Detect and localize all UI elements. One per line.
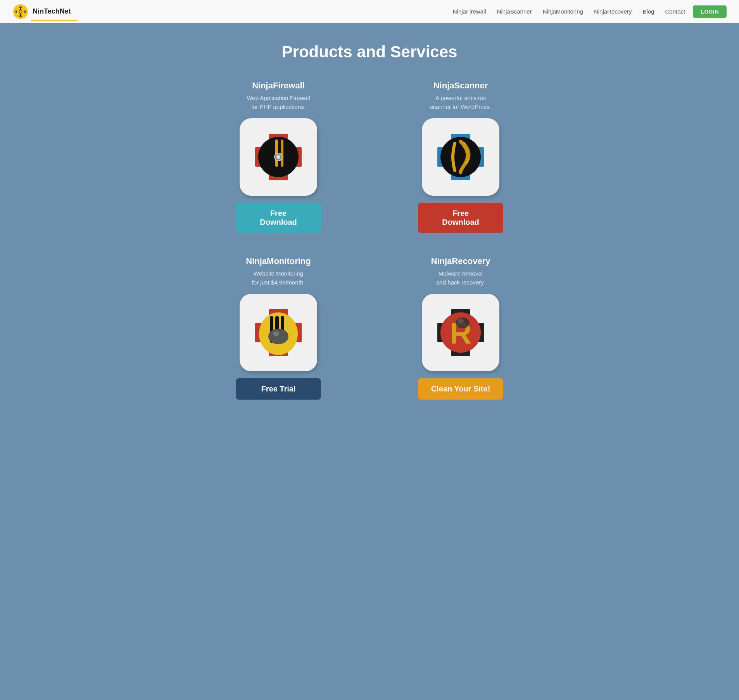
product-card-ninja-monitoring: NinjaMonitoring Website Monitoringfor ju… (195, 256, 362, 400)
product-desc-monitoring: Website Monitoringfor just $4.99/month. (252, 269, 305, 287)
svg-rect-4 (24, 10, 26, 13)
svg-point-37 (456, 317, 470, 328)
product-name-scanner: NinjaScanner (433, 81, 488, 91)
product-card-ninja-scanner: NinjaScanner A powerful antivirusscanner… (377, 81, 544, 233)
product-desc-firewall: Web Application Firewallfor PHP applicat… (247, 94, 310, 111)
navbar: NinTechNet NinjaFirewall NinjaScanner Ni… (0, 0, 739, 23)
product-icon-recovery: R (422, 294, 499, 371)
nav-link-blog[interactable]: Blog (642, 8, 654, 15)
recovery-icon-svg: R (430, 302, 492, 364)
svg-point-38 (458, 319, 464, 323)
svg-point-15 (276, 155, 280, 159)
product-card-ninja-recovery: NinjaRecovery Malware removaland hack re… (377, 256, 544, 400)
product-name-monitoring: NinjaMonitoring (246, 256, 311, 266)
brand: NinTechNet (12, 3, 71, 20)
monitoring-icon-svg (247, 302, 309, 364)
product-desc-recovery: Malware removaland hack recovery. (436, 269, 485, 287)
brand-logo-icon (12, 3, 29, 20)
products-grid: NinjaFirewall Web Application Firewallfo… (195, 81, 544, 400)
page-title: Products and Services (8, 43, 731, 61)
scanner-icon-svg (430, 126, 492, 188)
login-button[interactable]: LOGIN (693, 5, 727, 18)
nav-links: NinjaFirewall NinjaScanner NinjaMonitori… (453, 8, 685, 15)
brand-underline (31, 20, 78, 21)
firewall-download-button[interactable]: Free Download (236, 203, 321, 233)
svg-point-6 (19, 10, 22, 13)
firewall-icon-svg (247, 126, 309, 188)
main-content: Products and Services NinjaFirewall Web … (0, 23, 739, 700)
product-icon-monitoring (240, 294, 317, 371)
svg-point-30 (273, 331, 279, 336)
brand-name: NinTechNet (33, 7, 71, 16)
product-name-recovery: NinjaRecovery (431, 256, 490, 266)
product-icon-firewall (240, 118, 317, 196)
nav-link-recovery[interactable]: NinjaRecovery (594, 8, 632, 15)
svg-rect-3 (16, 10, 17, 13)
recovery-clean-button[interactable]: Clean Your Site! (418, 378, 503, 400)
scanner-download-button[interactable]: Free Download (418, 203, 503, 233)
product-icon-scanner (422, 118, 499, 196)
product-card-ninja-firewall: NinjaFirewall Web Application Firewallfo… (195, 81, 362, 233)
svg-rect-13 (281, 140, 283, 167)
product-desc-scanner: A powerful antivirusscanner for WordPres… (430, 94, 491, 111)
nav-link-firewall[interactable]: NinjaFirewall (453, 8, 486, 15)
svg-point-29 (268, 329, 288, 344)
nav-link-contact[interactable]: Contact (665, 8, 685, 15)
product-name-firewall: NinjaFirewall (252, 81, 305, 91)
nav-link-scanner[interactable]: NinjaScanner (497, 8, 532, 15)
monitoring-trial-button[interactable]: Free Trial (236, 378, 321, 400)
nav-link-monitoring[interactable]: NinjaMonitoring (543, 8, 583, 15)
